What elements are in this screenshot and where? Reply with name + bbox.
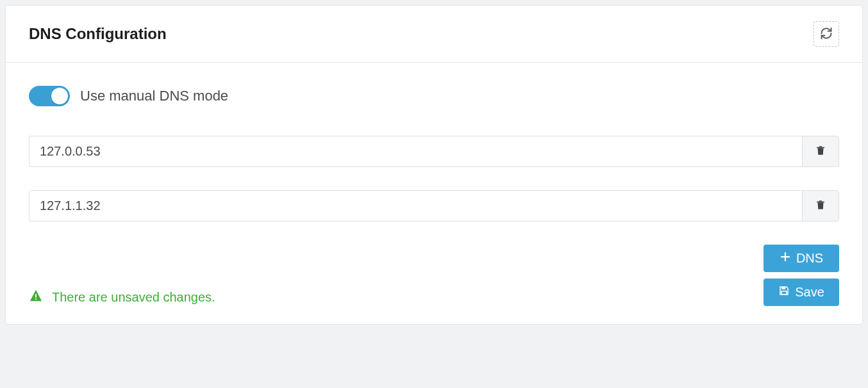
unsaved-changes-status: There are unsaved changes.	[29, 289, 215, 306]
svg-rect-1	[35, 298, 37, 300]
manual-dns-toggle-row: Use manual DNS mode	[29, 86, 839, 106]
panel-footer: There are unsaved changes. DNS	[29, 245, 839, 306]
svg-rect-0	[35, 294, 37, 298]
svg-rect-5	[781, 291, 787, 295]
dns-input[interactable]	[29, 136, 802, 167]
action-buttons: DNS Save	[764, 245, 839, 306]
manual-dns-toggle[interactable]	[29, 86, 70, 106]
add-dns-button-label: DNS	[796, 251, 823, 266]
warning-icon	[29, 289, 43, 306]
save-button-label: Save	[795, 285, 824, 300]
manual-dns-toggle-label: Use manual DNS mode	[80, 88, 228, 104]
plus-icon	[780, 251, 791, 266]
refresh-button[interactable]	[814, 21, 839, 47]
trash-icon	[815, 199, 826, 213]
panel-title: DNS Configuration	[29, 25, 167, 43]
save-icon	[778, 285, 790, 300]
trash-icon	[815, 145, 826, 158]
panel-header: DNS Configuration	[6, 6, 862, 63]
delete-dns-button[interactable]	[802, 190, 839, 222]
status-message-text: There are unsaved changes.	[52, 290, 215, 305]
delete-dns-button[interactable]	[802, 136, 839, 167]
add-dns-button[interactable]: DNS	[764, 245, 839, 272]
save-button[interactable]: Save	[764, 279, 839, 306]
dns-config-panel: DNS Configuration Use manual DNS mode	[5, 5, 863, 325]
dns-input[interactable]	[29, 190, 802, 222]
panel-body: Use manual DNS mode	[6, 63, 862, 324]
svg-rect-4	[781, 287, 785, 289]
dns-entry-row	[29, 190, 839, 222]
refresh-icon	[820, 27, 833, 42]
dns-entry-row	[29, 136, 839, 167]
